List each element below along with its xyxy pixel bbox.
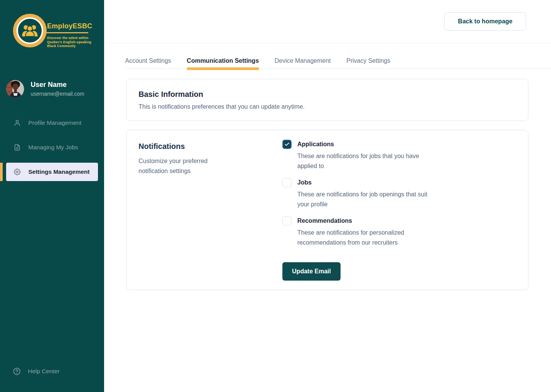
sidebar-item-settings-management[interactable]: Settings Management: [6, 163, 98, 181]
help-center-link[interactable]: Help Center: [0, 368, 104, 375]
logo-ring: [13, 14, 47, 47]
jobs-description: These are notifications for job openings…: [297, 189, 429, 209]
jobs-label: Jobs: [297, 179, 311, 186]
recommendations-label: Recommendations: [297, 217, 352, 224]
user-name: User Name: [31, 81, 84, 89]
tab-communication-settings[interactable]: Communication Settings: [187, 43, 259, 69]
applications-description: These are notifications for jobs that yo…: [297, 151, 429, 171]
back-to-homepage-button[interactable]: Back to homepage: [444, 12, 526, 31]
notifications-subtitle: Customize your preferred notification se…: [139, 156, 221, 176]
notifications-card: Notifications Customize your preferred n…: [126, 130, 528, 290]
question-circle-icon: [13, 368, 21, 375]
main-content: Back to homepage Account Settings Commun…: [104, 0, 551, 392]
notification-option-recommendations: Recommendations These are notifications …: [282, 216, 429, 248]
sidebar-item-label: Profile Management: [28, 119, 82, 126]
notifications-title: Notifications: [139, 142, 282, 151]
tab-device-management[interactable]: Device Management: [275, 43, 331, 69]
basic-information-title: Basic Information: [139, 90, 516, 99]
tab-bar: Account Settings Communication Settings …: [125, 43, 551, 69]
notification-option-applications: Applications These are notifications for…: [282, 140, 429, 171]
tab-account-settings[interactable]: Account Settings: [125, 43, 171, 69]
applications-label: Applications: [297, 141, 334, 148]
basic-information-card: Basic Information This is notifications …: [126, 79, 528, 121]
notification-option-jobs: Jobs These are notifications for job ope…: [282, 178, 429, 209]
sidebar-item-label: Managing My Jobs: [28, 144, 78, 151]
document-icon: [14, 144, 21, 151]
user-profile: User Name username@email.com: [0, 80, 104, 98]
check-icon: [284, 142, 290, 147]
sidebar-nav: Profile Management Managing My Jobs Sett…: [0, 108, 104, 181]
recommendations-checkbox[interactable]: [282, 216, 292, 225]
gear-icon: [14, 168, 21, 175]
jobs-checkbox[interactable]: [282, 178, 292, 187]
recommendations-description: These are notifications for personalized…: [297, 228, 429, 248]
brand-tagline: Discover the talent within Quebec's Engl…: [47, 36, 92, 48]
brand-logo: EmployESBC Discover the talent within Qu…: [0, 0, 104, 48]
applications-checkbox[interactable]: [282, 140, 292, 149]
update-email-button[interactable]: Update Email: [282, 262, 341, 281]
basic-information-description: This is notifications preferences that y…: [139, 103, 516, 110]
tab-privacy-settings[interactable]: Privacy Settings: [346, 43, 390, 69]
people-group-icon: [20, 21, 40, 41]
sidebar-item-label: Settings Management: [28, 168, 90, 175]
help-center-label: Help Center: [28, 368, 60, 375]
avatar: [6, 80, 24, 98]
brand-name: EmployESBC: [47, 22, 92, 30]
sidebar-item-managing-my-jobs[interactable]: Managing My Jobs: [6, 138, 98, 157]
sidebar-item-profile-management[interactable]: Profile Management: [6, 114, 98, 132]
person-icon: [14, 119, 21, 126]
brand-underline: [39, 32, 88, 33]
user-email: username@email.com: [31, 91, 84, 97]
sidebar: EmployESBC Discover the talent within Qu…: [0, 0, 104, 392]
topbar: Back to homepage: [104, 0, 551, 43]
